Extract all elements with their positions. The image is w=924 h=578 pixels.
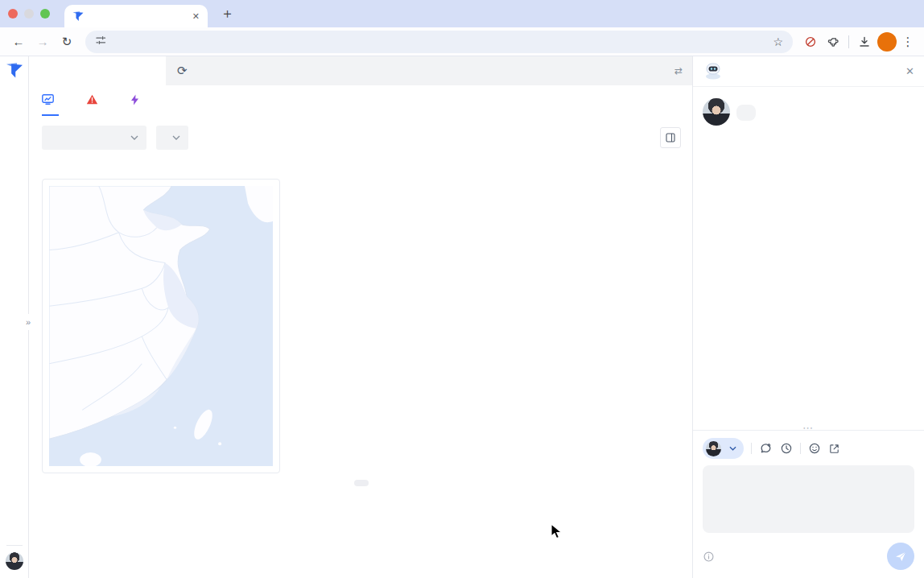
emoji-icon[interactable] [808, 442, 821, 455]
user-avatar[interactable] [6, 552, 23, 570]
dashboard-icon [42, 94, 54, 107]
close-panel-icon[interactable]: ✕ [905, 65, 914, 77]
forward-button[interactable]: → [32, 35, 53, 48]
toolbar-divider [751, 443, 752, 454]
metrics-column [295, 171, 681, 473]
window-controls [8, 0, 55, 27]
layout-tool-button[interactable] [660, 127, 681, 148]
chat-input[interactable] [703, 465, 914, 533]
region-distribution-panel [42, 171, 280, 473]
timezone-swap-icon[interactable]: ⇄ [674, 65, 683, 76]
address-bar[interactable]: ☆ [85, 31, 793, 53]
browser-menu-icon[interactable]: ⋮ [900, 35, 916, 49]
workbench-tab-ceo-dashboard[interactable] [29, 56, 166, 85]
new-tab-button[interactable]: ＋ [221, 4, 234, 27]
company-select[interactable] [42, 126, 146, 150]
tab-close-icon[interactable]: ✕ [192, 11, 200, 22]
assistant-panel: ✕ ⋯ [692, 56, 924, 578]
assistant-avatar [703, 98, 730, 126]
persona-selector[interactable] [703, 438, 744, 459]
browser-tabstrip: ✕ ＋ [0, 0, 924, 27]
chevron-down-icon [130, 135, 138, 140]
bookmark-star-icon[interactable]: ☆ [773, 35, 783, 48]
assistant-conversation [693, 87, 924, 430]
toolbar-divider [848, 35, 849, 48]
chat-toolbar [703, 438, 914, 459]
close-window-button[interactable] [8, 9, 18, 19]
dashboard-body [29, 116, 692, 578]
app-logo-icon[interactable] [6, 63, 23, 81]
assistant-header: ✕ [693, 56, 924, 87]
main-content: ⟳ ⇄ [29, 56, 692, 578]
tab-improvement-advice[interactable] [130, 85, 144, 116]
site-settings-icon[interactable] [95, 35, 106, 48]
tab-boardroom-cockpit[interactable] [42, 85, 59, 116]
carousel-pagination [42, 480, 681, 486]
profile-avatar[interactable] [877, 32, 897, 52]
chevron-down-icon [729, 446, 736, 451]
toolbar-divider [800, 443, 801, 454]
browser-toolbar: ← → ↻ ☆ ⋮ [0, 27, 924, 56]
chat-footer [703, 543, 914, 570]
map-svg [49, 186, 273, 466]
downloads-icon[interactable] [855, 35, 874, 48]
refresh-icon[interactable]: ⟳ [177, 64, 188, 78]
filter-bar [42, 126, 681, 150]
timezone-clock: ⇄ [662, 65, 692, 76]
sidebar-divider [6, 545, 23, 546]
new-chat-icon[interactable] [759, 442, 773, 456]
resize-handle[interactable]: ⋯ [802, 422, 815, 434]
back-button[interactable]: ← [8, 35, 29, 48]
info-icon[interactable] [703, 551, 715, 563]
chevron-down-icon [172, 135, 180, 140]
robot-icon [703, 60, 724, 82]
tab-risk-alert[interactable] [86, 85, 103, 116]
extension-blocked-icon[interactable] [801, 35, 820, 48]
workbench-header: ⟳ ⇄ [29, 56, 692, 85]
chat-input-section: ⋯ [693, 430, 924, 578]
browser-tab[interactable]: ✕ [64, 5, 208, 27]
app-window: » ⟳ ⇄ [0, 56, 924, 578]
terp-logo-icon [72, 11, 84, 22]
zoom-window-button[interactable] [40, 9, 50, 19]
extensions-puzzle-icon[interactable] [823, 35, 843, 48]
send-button[interactable] [887, 543, 914, 570]
assistant-message-bubble [736, 105, 756, 121]
dashboard-tabs [29, 85, 692, 116]
minimize-window-button[interactable] [24, 9, 34, 19]
assistant-message [703, 98, 914, 126]
china-region-map[interactable] [42, 179, 280, 473]
open-external-icon[interactable] [828, 443, 840, 455]
warning-triangle-icon [86, 94, 98, 107]
persona-avatar [706, 441, 721, 456]
reload-button[interactable]: ↻ [56, 35, 77, 49]
lightning-bolt-icon [130, 94, 139, 108]
period-select[interactable] [156, 126, 188, 150]
history-clock-icon[interactable] [780, 442, 793, 455]
browser-chrome: ✕ ＋ ← → ↻ ☆ ⋮ [0, 0, 924, 56]
